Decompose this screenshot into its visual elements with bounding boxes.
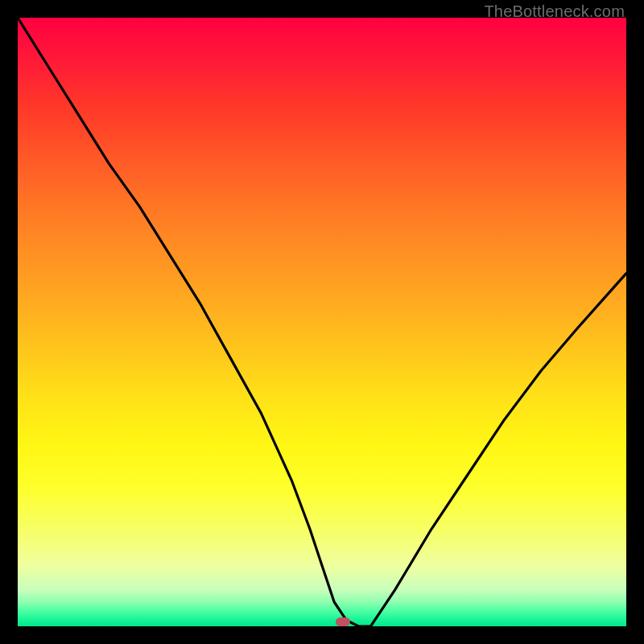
- plot-area: [18, 18, 626, 626]
- chart-container: TheBottleneck.com: [0, 0, 644, 644]
- optimal-marker: [336, 617, 350, 626]
- heatmap-gradient: [18, 18, 626, 626]
